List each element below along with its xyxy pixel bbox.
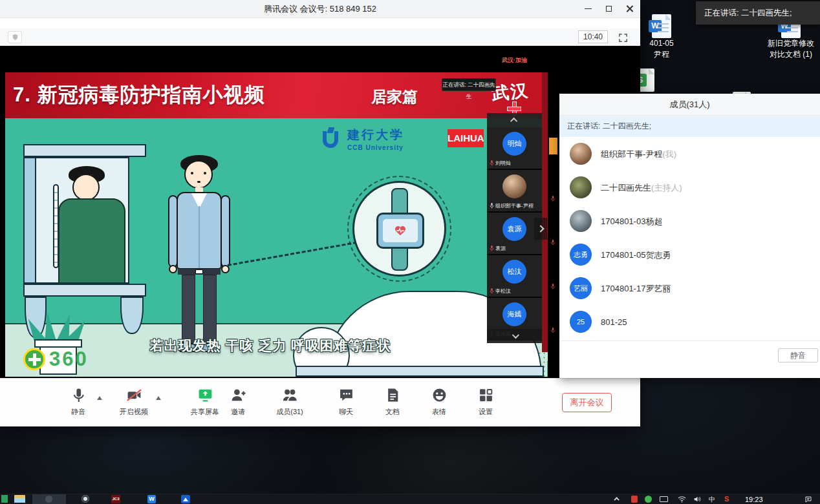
mic-options-arrow[interactable] [97, 396, 102, 400]
document-icon [385, 387, 401, 403]
member-row-1[interactable]: 组织部干事-尹程(我) [559, 137, 820, 171]
member-panel-speaking-banner: 正在讲话: 二十四画先生; [559, 116, 820, 137]
meeting-bottom-toolbar: 静音 开启视频 共享屏幕 邀请 成员(31) 聊天 文档 [0, 378, 640, 425]
member-name: 801-25 [601, 317, 627, 327]
chevron-up-icon [510, 118, 517, 125]
cartoon-man [164, 155, 235, 357]
360-shield-icon [23, 348, 45, 370]
tray-expand-chevron[interactable] [616, 497, 620, 501]
members-button[interactable]: 成员(31) [267, 387, 312, 417]
fullscreen-button[interactable] [617, 32, 629, 43]
word-doc-icon: W [652, 14, 671, 38]
video-tile-2[interactable]: 组织部干事-尹程 [487, 170, 542, 213]
active-app-tile[interactable] [32, 494, 66, 504]
emoji-button[interactable]: 表情 [416, 387, 462, 417]
member-name: 组织部干事-尹程 [601, 149, 662, 159]
desktop-icon-doc1[interactable]: W 401-05尹程 [640, 14, 683, 60]
tray-360-icon[interactable] [645, 496, 652, 503]
taskbar-start-sliver[interactable] [1, 495, 8, 503]
wps-icon[interactable]: W [147, 495, 156, 503]
strip-scroll-down[interactable] [487, 329, 542, 343]
video-caption: 若出现发热 干咳 乏力 呼吸困难等症状 [102, 337, 438, 355]
banner-title: 7. 新冠病毒防护指南小视频 [13, 81, 264, 109]
muted-mic-icon [550, 196, 556, 202]
minimize-button[interactable] [577, 0, 598, 17]
settings-button[interactable]: 设置 [463, 387, 508, 417]
strip-expand-button[interactable] [534, 218, 547, 240]
avatar-initials: 海嫣 [502, 302, 526, 326]
video-tile-1[interactable]: 明灿 刘明灿 [487, 127, 542, 170]
settings-grid-icon [478, 387, 494, 403]
member-suffix: (我) [662, 149, 676, 159]
muted-mic-icon [490, 288, 494, 294]
maximize-button[interactable] [598, 0, 619, 17]
docs-button[interactable]: 文档 [370, 387, 415, 417]
panel-mute-button[interactable]: 静音 [778, 348, 818, 362]
mute-button[interactable]: 静音 [56, 387, 101, 417]
invite-button[interactable]: 邀请 [215, 387, 261, 417]
leave-meeting-button[interactable]: 离开会议 [562, 393, 612, 412]
cloud-app-icon[interactable] [181, 495, 190, 503]
camera-options-arrow[interactable] [156, 396, 161, 400]
avatar-photo [570, 143, 592, 165]
fullscreen-icon [618, 33, 628, 43]
notification-center-icon[interactable] [804, 496, 812, 503]
ccb-university-logo: 建行大学 CCB University [320, 124, 443, 154]
avatar-photo [570, 176, 592, 198]
member-row-3[interactable]: 1704801-03杨超 [559, 204, 820, 238]
ccb-logo-cn: 建行大学 [347, 127, 404, 143]
member-row-5[interactable]: 艺丽 1704801-17罗艺丽 [559, 271, 820, 305]
member-row-4[interactable]: 志勇 1704801-05贺志勇 [559, 238, 820, 271]
thermometer [53, 184, 59, 268]
cartoon-scene: 建行大学 CCB University LAIHUA [5, 118, 548, 377]
member-name: 1704801-05贺志勇 [601, 250, 671, 260]
jc3-icon[interactable]: JC3 [111, 495, 120, 503]
muted-mic-icon [490, 160, 494, 166]
hidden-tiles-sliver [548, 46, 559, 378]
close-button[interactable] [619, 0, 640, 17]
muted-mic-icon [490, 246, 494, 251]
member-name: 1704801-17罗艺丽 [601, 284, 671, 293]
start-video-button[interactable]: 开启视频 [111, 387, 156, 417]
window-title: 腾讯会议 会议号: 518 849 152 [0, 0, 640, 18]
chat-button[interactable]: 聊天 [323, 387, 369, 417]
shared-screen-video: 7. 新冠病毒防护指南小视频 居家篇 武汉·加油 武汉 正在讲话: 二十四画先生… [5, 55, 548, 377]
tile-name: 刘明灿 [495, 160, 511, 167]
member-row-2[interactable]: 二十四画先生(主持人) [559, 171, 820, 204]
ime-indicator[interactable]: 中 [709, 495, 715, 504]
wifi-icon[interactable] [678, 496, 686, 503]
steam-icon[interactable] [81, 495, 89, 503]
video-tile-4[interactable]: 松汰 李松汰 [487, 255, 542, 298]
banner-tag: 居家篇 [371, 87, 418, 107]
video-watermark: 武汉·加油 [502, 56, 527, 65]
speaker-icon[interactable] [693, 496, 702, 503]
security-shield-button[interactable] [8, 31, 22, 43]
tray-red-app-icon[interactable] [631, 496, 638, 503]
360-text: 360 [49, 348, 89, 371]
cartoon-window [23, 144, 146, 338]
file-explorer-icon[interactable] [14, 495, 25, 503]
sogou-icon[interactable]: S [724, 495, 731, 503]
laihua-logo: LAIHUA [448, 129, 484, 147]
dashed-connector [228, 240, 363, 266]
muted-mic-icon [550, 240, 556, 246]
strip-scroll-up[interactable] [487, 113, 542, 127]
shield-icon [12, 34, 19, 41]
tray-pc-icon[interactable] [660, 496, 668, 502]
meeting-toolbar-strip: 10:40 [0, 28, 640, 46]
mic-icon [70, 387, 87, 403]
member-row-6[interactable]: 25 801-25 [559, 305, 820, 339]
meeting-clock: 10:40 [578, 30, 608, 43]
muted-mic-icon [550, 284, 556, 289]
taskbar-clock[interactable]: 19:23 [745, 495, 763, 504]
close-icon [626, 5, 633, 12]
maximize-icon [606, 6, 612, 12]
share-screen-icon [197, 387, 213, 403]
desktop-icon-label: 新旧党章修改对比文档 (1) [762, 38, 820, 60]
meeting-window: 腾讯会议 会议号: 518 849 152 10:40 7. 新冠病毒防护指南小… [0, 0, 640, 426]
ccb-logo-en: CCB University [347, 144, 404, 151]
ccb-logo-glyph [320, 127, 342, 151]
minimize-icon [585, 8, 592, 10]
title-bar: 腾讯会议 会议号: 518 849 152 [0, 0, 640, 18]
meeting-stage: 7. 新冠病毒防护指南小视频 居家篇 武汉·加油 武汉 正在讲话: 二十四画先生… [0, 46, 640, 378]
